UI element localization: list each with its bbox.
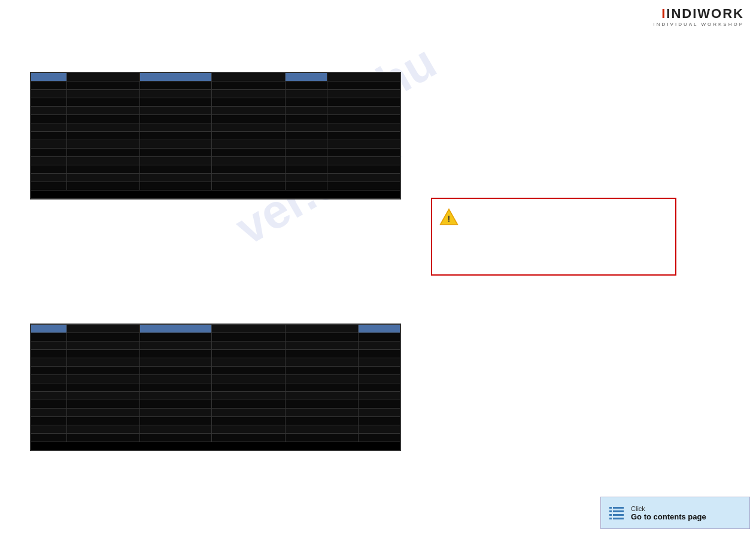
list-icon (608, 504, 625, 521)
table-row (31, 417, 400, 425)
table-row (31, 375, 400, 383)
table-row (31, 333, 400, 341)
table-row (31, 350, 400, 358)
table-2 (30, 324, 401, 451)
svg-rect-2 (609, 507, 612, 509)
svg-text:!: ! (448, 214, 451, 223)
header-cell (285, 325, 358, 333)
svg-rect-4 (609, 510, 612, 512)
svg-rect-5 (613, 510, 624, 512)
warning-box: ! (431, 198, 676, 276)
table-row (31, 157, 400, 165)
table-row (31, 123, 400, 132)
table-row (31, 325, 400, 333)
table-footer-row (31, 442, 400, 451)
data-table-2 (31, 324, 400, 451)
logo-subtitle: INDIVIDUAL WORKSHOP (654, 22, 744, 27)
goto-click-label: Click (631, 505, 706, 512)
header-cell (140, 325, 212, 333)
header-cell (327, 73, 400, 81)
table-row (31, 367, 400, 375)
table-row (31, 132, 400, 140)
svg-rect-7 (613, 514, 624, 516)
table-row (31, 425, 400, 434)
goto-contents-text: Click Go to contents page (631, 505, 706, 521)
header-cell (140, 73, 212, 81)
table-row (31, 434, 400, 442)
table-row (31, 358, 400, 367)
goto-page-label: Go to contents page (631, 512, 706, 521)
table-row (31, 409, 400, 417)
svg-rect-9 (613, 518, 624, 519)
logo: IINDIWORK INDIVIDUAL WORKSHOP (654, 6, 744, 27)
header-cell (212, 73, 285, 81)
table-footer-row (31, 191, 400, 199)
table-row (31, 341, 400, 350)
data-table-1 (31, 72, 400, 199)
header-cell (359, 325, 400, 333)
logo-brand: IINDIWORK (661, 6, 744, 22)
svg-rect-3 (613, 507, 624, 509)
table-row (31, 392, 400, 400)
table-row (31, 98, 400, 107)
table-row (31, 81, 400, 90)
table-row (31, 165, 400, 174)
table-row (31, 383, 400, 392)
table-row (31, 174, 400, 182)
table-row (31, 107, 400, 115)
warning-icon: ! (439, 207, 459, 226)
table-row (31, 140, 400, 149)
table-row (31, 90, 400, 98)
header-cell (67, 325, 140, 333)
table-row (31, 115, 400, 123)
goto-contents-button[interactable]: Click Go to contents page (600, 497, 750, 529)
svg-rect-6 (609, 514, 612, 516)
table-row (31, 182, 400, 191)
svg-rect-8 (609, 518, 612, 519)
header-cell (212, 325, 285, 333)
table-row (31, 73, 400, 81)
header-cell (31, 73, 67, 81)
table-row (31, 400, 400, 409)
header-cell (67, 73, 140, 81)
table-row (31, 149, 400, 157)
header-cell (285, 73, 327, 81)
header-cell (31, 325, 67, 333)
table-1 (30, 72, 401, 200)
